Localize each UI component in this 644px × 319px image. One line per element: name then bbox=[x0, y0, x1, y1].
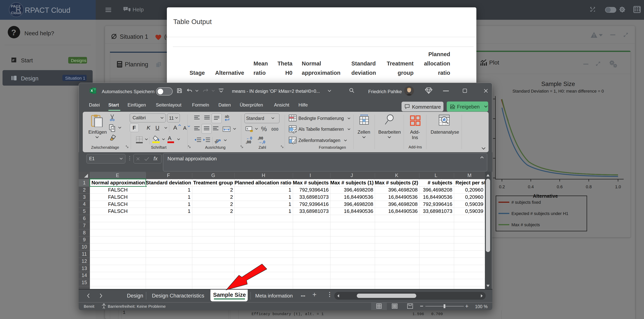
svg-text:?: ? bbox=[124, 7, 126, 10]
svg-text:Sample Size: Sample Size bbox=[541, 81, 575, 87]
svg-text:0.6: 0.6 bbox=[557, 184, 563, 189]
svg-text:Expected # subjects under H1: Expected # subjects under H1 bbox=[512, 211, 568, 216]
svg-text:0.4: 0.4 bbox=[528, 184, 534, 189]
svg-text:1.0: 1.0 bbox=[615, 184, 621, 189]
svg-text:Standard Deviation = 1, H0: me: Standard Deviation = 1, H0: mean differe… bbox=[512, 89, 604, 93]
svg-text:0.8: 0.8 bbox=[586, 184, 592, 189]
svg-text:Max # subjects: Max # subjects bbox=[512, 222, 540, 227]
svg-text:X: X bbox=[91, 89, 93, 93]
svg-text:€: € bbox=[247, 127, 248, 130]
svg-text:Alternative: Alternative bbox=[533, 193, 558, 199]
svg-text:0.2: 0.2 bbox=[499, 184, 505, 189]
svg-text:# subjects fixed: # subjects fixed bbox=[512, 200, 541, 205]
